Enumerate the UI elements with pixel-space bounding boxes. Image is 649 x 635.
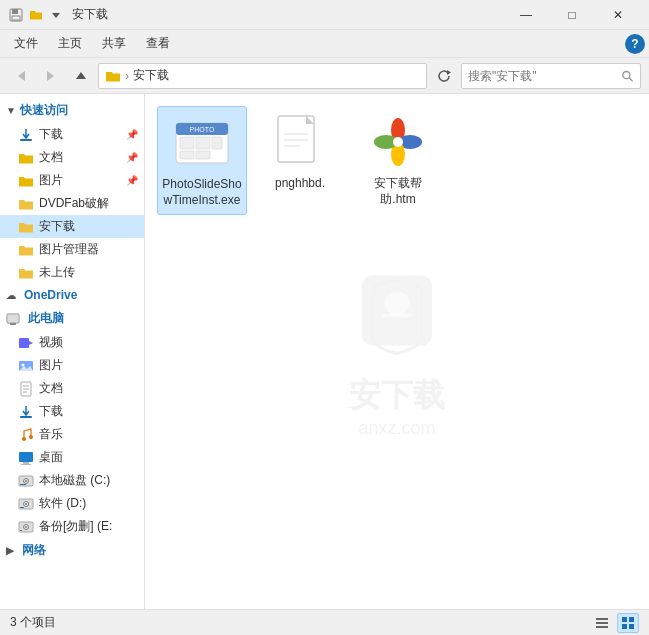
svg-point-35 <box>25 503 27 505</box>
maximize-button[interactable]: □ <box>549 0 595 30</box>
sidebar-item-pics-qa[interactable]: 图片 📌 <box>0 169 144 192</box>
svg-rect-10 <box>20 139 32 141</box>
sidebar-label: 安下载 <box>39 218 75 235</box>
up-button[interactable] <box>68 63 94 89</box>
help-button[interactable]: ? <box>625 34 645 54</box>
sidebar-item-dvdfab[interactable]: DVDFab破解 <box>0 192 144 215</box>
content-area: 安下载 anxz.com PHOTO <box>145 94 649 609</box>
sidebar-quick-access-header[interactable]: ▼ 快速访问 <box>0 98 144 123</box>
file-item-help[interactable]: 安下载帮助.htm <box>353 106 443 215</box>
sidebar-item-documents[interactable]: 文档 <box>0 377 144 400</box>
file-item-photoslide[interactable]: PHOTO PhotoSlideShowTimeInst.exe <box>157 106 247 215</box>
disk-c-icon <box>18 473 34 489</box>
sidebar-item-disk-e[interactable]: 备份[勿删] (E: <box>0 515 144 538</box>
onedrive-arrow: ☁ <box>6 290 16 301</box>
svg-rect-32 <box>20 484 26 485</box>
minimize-button[interactable]: — <box>503 0 549 30</box>
view-tiles-button[interactable] <box>617 613 639 633</box>
sidebar-thispc-header[interactable]: 此电脑 <box>0 306 144 331</box>
file-icon-exe: PHOTO <box>172 113 232 173</box>
network-label: 网络 <box>22 542 46 559</box>
sidebar-item-disk-c[interactable]: 本地磁盘 (C:) <box>0 469 144 492</box>
status-bar-right <box>591 613 639 633</box>
svg-rect-27 <box>23 462 29 464</box>
sidebar-label: 下载 <box>39 403 63 420</box>
watermark: 安下载 anxz.com <box>347 265 447 438</box>
sidebar-item-downloads[interactable]: 下载 <box>0 400 144 423</box>
sidebar-label: 桌面 <box>39 449 63 466</box>
svg-point-39 <box>25 526 27 528</box>
video-icon <box>18 335 34 351</box>
folder-icon <box>18 265 34 281</box>
sidebar-item-music[interactable]: 音乐 <box>0 423 144 446</box>
sidebar-item-notuploaded[interactable]: 未上传 <box>0 261 144 284</box>
path-separator: › <box>125 69 129 83</box>
sidebar-label: 文档 <box>39 380 63 397</box>
quick-access-label: 快速访问 <box>20 102 68 119</box>
sidebar-item-desktop[interactable]: 桌面 <box>0 446 144 469</box>
file-name: pnghhbd. <box>275 176 325 192</box>
forward-button[interactable] <box>38 63 64 89</box>
file-item-pnghhbd[interactable]: pnghhbd. <box>255 106 345 215</box>
menu-file[interactable]: 文件 <box>4 31 48 56</box>
sidebar-label: 未上传 <box>39 264 75 281</box>
sidebar-item-imgmgr[interactable]: 图片管理器 <box>0 238 144 261</box>
svg-rect-36 <box>20 507 24 508</box>
svg-marker-5 <box>47 71 54 81</box>
address-bar: › 安下载 <box>0 58 649 94</box>
svg-rect-52 <box>196 151 210 159</box>
menu-share[interactable]: 共享 <box>92 31 136 56</box>
quick-save-icon[interactable] <box>8 7 24 23</box>
sidebar-label: 图片 <box>39 357 63 374</box>
folder-icon <box>18 242 34 258</box>
down-arrow-tb[interactable] <box>48 7 64 23</box>
sidebar-item-pictures[interactable]: 图片 <box>0 354 144 377</box>
sidebar: ▼ 快速访问 下载 📌 文档 📌 图片 📌 <box>0 94 145 609</box>
svg-rect-62 <box>596 618 608 620</box>
svg-rect-68 <box>629 624 634 629</box>
sidebar-item-video[interactable]: 视频 <box>0 331 144 354</box>
sidebar-item-disk-d[interactable]: 软件 (D:) <box>0 492 144 515</box>
search-box[interactable] <box>461 63 641 89</box>
folder-icon-tb[interactable] <box>28 7 44 23</box>
menu-bar: 文件 主页 共享 查看 ? <box>0 30 649 58</box>
svg-rect-50 <box>212 137 222 149</box>
search-input[interactable] <box>468 69 617 83</box>
svg-rect-66 <box>629 617 634 622</box>
desktop-icon <box>18 450 34 466</box>
sidebar-label: 图片管理器 <box>39 241 99 258</box>
sidebar-network-header[interactable]: ▶ 网络 <box>0 538 144 563</box>
menu-view[interactable]: 查看 <box>136 31 180 56</box>
svg-point-61 <box>393 137 403 147</box>
folder-pics-icon <box>18 173 34 189</box>
path-current: 安下载 <box>133 67 169 84</box>
sidebar-item-anzaixia[interactable]: 安下载 <box>0 215 144 238</box>
sidebar-item-docs-qa[interactable]: 文档 📌 <box>0 146 144 169</box>
onedrive-label: OneDrive <box>24 288 77 302</box>
address-path[interactable]: › 安下载 <box>98 63 427 89</box>
quick-access-arrow: ▼ <box>6 105 16 116</box>
svg-rect-64 <box>596 626 608 628</box>
documents-icon <box>18 381 34 397</box>
thispc-label: 此电脑 <box>28 310 64 327</box>
close-button[interactable]: ✕ <box>595 0 641 30</box>
back-button[interactable] <box>8 63 34 89</box>
refresh-button[interactable] <box>431 63 457 89</box>
menu-home[interactable]: 主页 <box>48 31 92 56</box>
disk-d-icon <box>18 496 34 512</box>
sidebar-item-download-qa[interactable]: 下载 📌 <box>0 123 144 146</box>
svg-point-24 <box>22 437 26 441</box>
pin-icon: 📌 <box>126 129 138 140</box>
disk-e-icon <box>18 519 34 535</box>
file-icon-blank <box>270 112 330 172</box>
svg-marker-4 <box>18 71 25 81</box>
svg-rect-51 <box>180 151 194 159</box>
sidebar-onedrive-header[interactable]: ☁ OneDrive <box>0 284 144 306</box>
main-layout: ▼ 快速访问 下载 📌 文档 📌 图片 📌 <box>0 94 649 609</box>
svg-rect-26 <box>19 452 33 462</box>
sidebar-label: 备份[勿删] (E: <box>39 518 112 535</box>
title-bar: 安下载 — □ ✕ <box>0 0 649 30</box>
search-icon <box>621 69 634 83</box>
svg-rect-1 <box>12 9 18 14</box>
view-details-button[interactable] <box>591 613 613 633</box>
